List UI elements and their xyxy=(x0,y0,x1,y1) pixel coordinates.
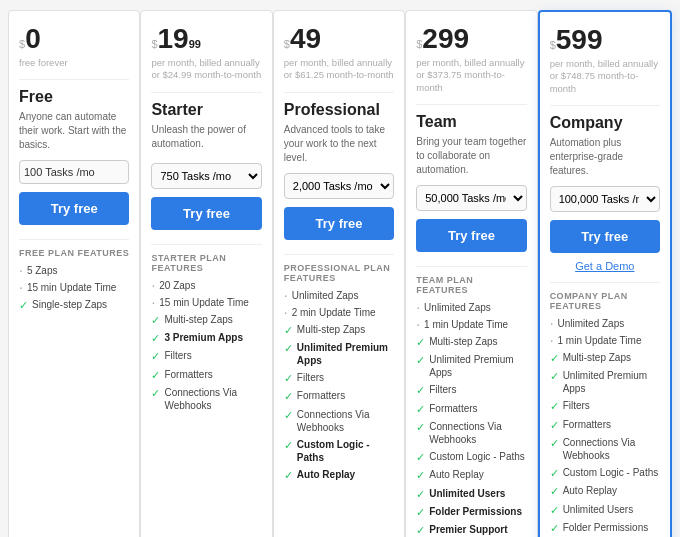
feature-text: Multi-step Zaps xyxy=(297,323,365,336)
feature-text: Folder Permissions xyxy=(563,521,649,534)
feature-item: ✓Unlimited Premium Apps xyxy=(416,353,526,379)
feature-text: Connections Via Webhooks xyxy=(164,386,261,412)
check-icon: ✓ xyxy=(284,408,293,422)
try-free-button-company[interactable]: Try free xyxy=(550,220,660,253)
feature-text: Multi-step Zaps xyxy=(164,313,232,326)
pricing-container: $0free foreverFreeAnyone can automate th… xyxy=(0,0,680,537)
check-icon: ✓ xyxy=(550,351,559,365)
feature-text: Auto Replay xyxy=(297,468,355,481)
feature-text: Connections Via Webhooks xyxy=(297,408,394,434)
feature-text: Custom Logic - Paths xyxy=(563,466,659,479)
features-title: FREE PLAN FEATURES xyxy=(19,248,129,258)
plan-description: Unleash the power of automation. xyxy=(151,123,261,155)
feature-text: Multi-step Zaps xyxy=(429,335,497,348)
dot-icon: · xyxy=(550,333,554,347)
plan-description: Bring your team together to collaborate … xyxy=(416,135,526,177)
features-title: TEAM PLAN FEATURES xyxy=(416,275,526,295)
price-main: 599 xyxy=(556,24,603,56)
feature-text: Multi-step Zaps xyxy=(563,351,631,364)
feature-text: 5 Zaps xyxy=(27,264,58,277)
feature-text: Auto Replay xyxy=(429,468,483,481)
feature-item: ✓Single-step Zaps xyxy=(19,298,129,312)
check-icon: ✓ xyxy=(416,523,425,537)
feature-text: Unlimited Users xyxy=(563,503,634,516)
feature-item: ✓Unlimited Users xyxy=(550,503,660,517)
tasks-select[interactable]: 2,000 Tasks /mo xyxy=(284,173,394,199)
check-icon: ✓ xyxy=(550,418,559,432)
feature-item: ✓Formatters xyxy=(284,389,394,403)
plan-card-professional: $49per month, billed annually or $61.25 … xyxy=(273,10,405,537)
dot-icon: · xyxy=(284,305,288,319)
try-free-button-team[interactable]: Try free xyxy=(416,219,526,252)
features-divider xyxy=(550,282,660,283)
check-icon: ✓ xyxy=(416,383,425,397)
feature-text: Unlimited Premium Apps xyxy=(429,353,526,379)
price-sub: free forever xyxy=(19,57,129,69)
feature-text: 15 min Update Time xyxy=(159,296,249,309)
price-main: 299 xyxy=(422,23,469,55)
features-title: COMPANY PLAN FEATURES xyxy=(550,291,660,311)
plan-card-starter: $1999per month, billed annually or $24.9… xyxy=(140,10,272,537)
feature-item: ✓Auto Replay xyxy=(284,468,394,482)
check-icon: ✓ xyxy=(284,438,293,452)
tasks-select[interactable]: 100,000 Tasks /mo xyxy=(550,186,660,212)
feature-text: 1 min Update Time xyxy=(424,318,508,331)
features-divider xyxy=(284,254,394,255)
price-main: 0 xyxy=(25,23,41,55)
feature-text: Unlimited Users xyxy=(429,487,505,500)
check-icon: ✓ xyxy=(151,368,160,382)
plan-description: Automation plus enterprise-grade feature… xyxy=(550,136,660,178)
feature-text: Custom Logic - Paths xyxy=(297,438,394,464)
feature-item: ✓Connections Via Webhooks xyxy=(151,386,261,412)
check-icon: ✓ xyxy=(550,466,559,480)
feature-text: Formatters xyxy=(164,368,212,381)
feature-item: ✓Formatters xyxy=(151,368,261,382)
feature-item: ✓Multi-step Zaps xyxy=(416,335,526,349)
feature-text: Formatters xyxy=(297,389,345,402)
check-icon: ✓ xyxy=(416,505,425,519)
feature-text: Single-step Zaps xyxy=(32,298,107,311)
feature-item: ✓Folder Permissions xyxy=(550,521,660,535)
feature-item: ✓Auto Replay xyxy=(550,484,660,498)
try-free-button-professional[interactable]: Try free xyxy=(284,207,394,240)
feature-text: Premier Support xyxy=(429,523,507,536)
feature-text: Custom Logic - Paths xyxy=(429,450,525,463)
price-block: $0free forever xyxy=(19,23,129,69)
feature-item: ✓Unlimited Users xyxy=(416,487,526,501)
feature-item: ✓3 Premium Apps xyxy=(151,331,261,345)
feature-text: Unlimited Zaps xyxy=(424,301,491,314)
feature-text: 20 Zaps xyxy=(159,279,195,292)
check-icon: ✓ xyxy=(284,341,293,355)
plan-name: Team xyxy=(416,113,526,131)
check-icon: ✓ xyxy=(550,399,559,413)
price-cents: 99 xyxy=(189,38,201,50)
dot-icon: · xyxy=(151,278,155,292)
feature-item: ·5 Zaps xyxy=(19,264,129,277)
feature-item: ·15 min Update Time xyxy=(19,281,129,294)
dot-icon: · xyxy=(151,295,155,309)
tasks-select[interactable]: 50,000 Tasks /mo xyxy=(416,185,526,211)
feature-item: ✓Folder Permissions xyxy=(416,505,526,519)
try-free-button-starter[interactable]: Try free xyxy=(151,197,261,230)
plan-description: Anyone can automate their work. Start wi… xyxy=(19,110,129,152)
check-icon: ✓ xyxy=(550,484,559,498)
check-icon: ✓ xyxy=(550,521,559,535)
price-main: 49 xyxy=(290,23,321,55)
feature-item: ✓Filters xyxy=(550,399,660,413)
feature-item: ✓Auto Replay xyxy=(416,468,526,482)
check-icon: ✓ xyxy=(19,298,28,312)
plan-name: Professional xyxy=(284,101,394,119)
feature-text: Auto Replay xyxy=(563,484,617,497)
try-free-button-free[interactable]: Try free xyxy=(19,192,129,225)
check-icon: ✓ xyxy=(151,331,160,345)
feature-text: Unlimited Zaps xyxy=(292,289,359,302)
feature-item: ✓Multi-step Zaps xyxy=(151,313,261,327)
price-sub: per month, billed annually or $24.99 mon… xyxy=(151,57,261,82)
feature-item: ·Unlimited Zaps xyxy=(416,301,526,314)
feature-text: Connections Via Webhooks xyxy=(429,420,526,446)
tasks-select[interactable]: 750 Tasks /mo xyxy=(151,163,261,189)
feature-item: ✓Multi-step Zaps xyxy=(550,351,660,365)
get-demo-link[interactable]: Get a Demo xyxy=(550,260,660,272)
feature-item: ✓Premier Support xyxy=(416,523,526,537)
check-icon: ✓ xyxy=(284,389,293,403)
